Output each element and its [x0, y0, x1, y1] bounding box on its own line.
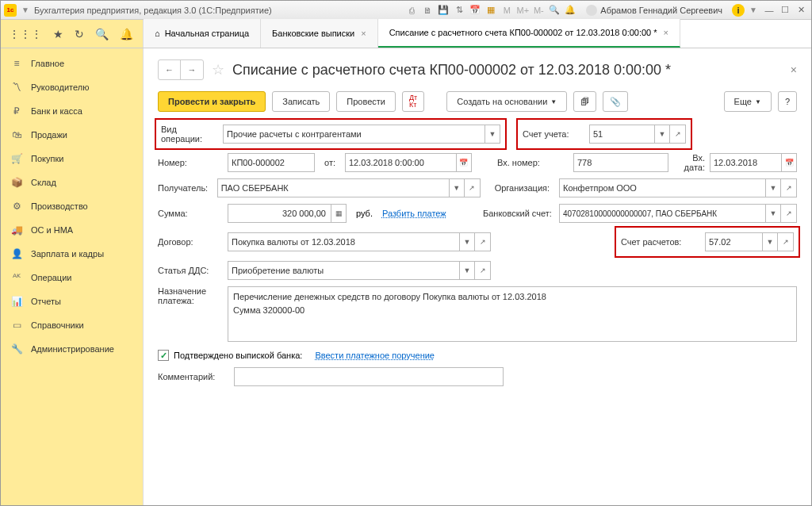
ops-icon: ᴬᴷ	[10, 272, 23, 283]
recipient-field[interactable]: ПАО СБЕРБАНК ▼ ↗	[217, 178, 481, 197]
post-close-button[interactable]: Провести и закрыть	[158, 91, 266, 112]
sidebar-directories: ▭Справочники	[1, 313, 143, 337]
calendar-icon[interactable]: 📅	[469, 4, 481, 17]
dropdown-icon[interactable]: ▼	[459, 261, 475, 280]
split-payment-link[interactable]: Разбить платеж	[382, 209, 446, 218]
open-icon[interactable]: ↗	[475, 232, 491, 251]
doc-icon[interactable]: 🗎	[421, 4, 434, 17]
forward-button[interactable]: →	[181, 60, 203, 79]
sidebar-assets: 🚚ОС и НМА	[1, 218, 143, 242]
save-button[interactable]: Записать	[272, 91, 330, 112]
in-date-label: Вх. дата:	[678, 153, 705, 172]
sum-field[interactable]: 320 000,00 ▦	[228, 204, 347, 223]
m-plus-icon[interactable]: M+	[516, 4, 529, 17]
m-minus-icon[interactable]: M-	[532, 4, 545, 17]
close-icon[interactable]: ×	[361, 29, 366, 38]
book-icon: ▭	[10, 320, 23, 331]
maximize-button[interactable]: ☐	[778, 4, 792, 17]
calc-icon[interactable]: ▦	[485, 4, 497, 17]
dtkt-button[interactable]: ДтКт	[402, 91, 424, 112]
favorite-icon[interactable]: ☆	[212, 61, 224, 79]
clip-button[interactable]: 📎	[603, 91, 628, 112]
bell-icon[interactable]: 🔔	[564, 4, 576, 17]
star-icon[interactable]: ★	[53, 28, 63, 40]
more-button[interactable]: Еще▼	[724, 91, 772, 112]
open-icon[interactable]: ↗	[465, 178, 481, 197]
info-dropdown-icon[interactable]: ▼	[749, 6, 757, 14]
account-field[interactable]: 51 ▼ ↗	[589, 125, 686, 144]
tab-document[interactable]: Списание с расчетного счета КП00-000002 …	[378, 19, 680, 48]
close-page-button[interactable]: ×	[791, 63, 797, 76]
print-icon[interactable]: ⎙	[405, 4, 418, 17]
open-icon[interactable]: ↗	[781, 178, 797, 197]
window-title: Бухгалтерия предприятия, редакция 3.0 (1…	[34, 6, 400, 15]
nav-buttons: ← →	[158, 59, 204, 80]
account-label: Счет учета:	[523, 129, 584, 139]
back-button[interactable]: ←	[159, 60, 181, 79]
enter-payment-order-link[interactable]: Ввести платежное поручение	[315, 351, 435, 360]
number-field[interactable]: КП00-000002	[228, 153, 315, 172]
sidebar: ≡Главное 〽Руководителю ₽Банк и касса 🛍Пр…	[1, 48, 144, 505]
open-icon[interactable]: ↗	[778, 232, 794, 251]
sum-label: Сумма:	[158, 209, 223, 218]
confirmed-checkbox[interactable]: ✓ Подтверждено выпиской банка:	[158, 350, 302, 361]
dropdown-icon[interactable]: ▼	[459, 232, 475, 251]
comment-field[interactable]	[234, 367, 504, 386]
dropdown-icon[interactable]: ▼	[449, 178, 465, 197]
save-icon[interactable]: 💾	[437, 4, 450, 17]
minimize-button[interactable]: —	[762, 4, 776, 17]
compare-icon[interactable]: ⇅	[453, 4, 465, 17]
dropdown-icon[interactable]: ▼	[485, 125, 500, 144]
bank-account-field[interactable]: 40702810000000000007, ПАО СБЕРБАНК ▼ ↗	[559, 204, 797, 223]
in-date-field[interactable]: 12.03.2018 📅	[710, 153, 797, 172]
tab-home[interactable]: ⌂ Начальная страница	[144, 19, 261, 48]
history-icon[interactable]: ↻	[75, 28, 84, 40]
close-icon[interactable]: ×	[664, 28, 668, 37]
help-button[interactable]: ?	[778, 91, 797, 112]
app-logo: 1c	[4, 4, 17, 17]
open-icon[interactable]: ↗	[475, 261, 491, 280]
calendar-icon[interactable]: 📅	[456, 153, 472, 172]
post-button[interactable]: Провести	[336, 91, 396, 112]
create-based-button[interactable]: Создать на основании▼	[446, 91, 567, 112]
sidebar-manager: 〽Руководителю	[1, 75, 143, 99]
dropdown-icon[interactable]: ▼	[765, 178, 781, 197]
apps-icon[interactable]: ⋮⋮⋮	[9, 28, 42, 40]
bell-icon[interactable]: 🔔	[120, 28, 133, 40]
dropdown-icon[interactable]: ▼	[762, 232, 778, 251]
search-icon[interactable]: 🔍	[548, 4, 561, 17]
settle-account-field[interactable]: 57.02 ▼ ↗	[705, 232, 794, 251]
sidebar-reports: 📊Отчеты	[1, 289, 143, 313]
purpose-field[interactable]: Перечисление денежных средств по договор…	[228, 286, 797, 342]
organization-field[interactable]: Конфетпром ООО ▼ ↗	[559, 178, 797, 197]
dropdown-icon[interactable]: ▼	[765, 204, 781, 223]
tab-bank[interactable]: Банковские выписки ×	[261, 19, 378, 48]
cart-icon: 🛒	[10, 153, 23, 164]
info-icon[interactable]: i	[732, 4, 745, 17]
page-title: Списание с расчетного счета КП00-000002 …	[232, 62, 671, 79]
operation-type-field[interactable]: Прочие расчеты с контрагентами ▼	[223, 125, 500, 144]
calc-icon[interactable]: ▦	[331, 204, 347, 223]
date-field[interactable]: 12.03.2018 0:00:00 📅	[345, 153, 472, 172]
contract-field[interactable]: Покупка валюты от 12.03.2018 ▼ ↗	[228, 232, 491, 251]
organization-label: Организация:	[495, 183, 554, 193]
sidebar-admin: 🔧Администрирование	[1, 337, 143, 361]
dropdown-icon[interactable]: ▼	[21, 6, 29, 14]
contract-label: Договор:	[158, 237, 223, 247]
in-number-field[interactable]: 778	[573, 153, 668, 172]
open-icon[interactable]: ↗	[781, 204, 797, 223]
checkbox-icon: ✓	[158, 350, 169, 361]
attach-button[interactable]: 🗐	[573, 91, 596, 112]
m-icon[interactable]: M	[500, 4, 513, 17]
app-window: 1c ▼ Бухгалтерия предприятия, редакция 3…	[0, 0, 812, 506]
search-icon[interactable]: 🔍	[95, 28, 109, 40]
currency-label: руб.	[356, 209, 373, 218]
calendar-icon[interactable]: 📅	[781, 153, 797, 172]
titlebar: 1c ▼ Бухгалтерия предприятия, редакция 3…	[1, 1, 811, 20]
user-badge[interactable]: Абрамов Геннадий Сергеевич	[586, 5, 722, 16]
close-window-button[interactable]: ✕	[794, 4, 808, 17]
open-icon[interactable]: ↗	[670, 125, 686, 144]
dropdown-icon[interactable]: ▼	[654, 125, 670, 144]
dds-field[interactable]: Приобретение валюты ▼ ↗	[228, 261, 491, 280]
number-label: Номер:	[158, 158, 223, 167]
